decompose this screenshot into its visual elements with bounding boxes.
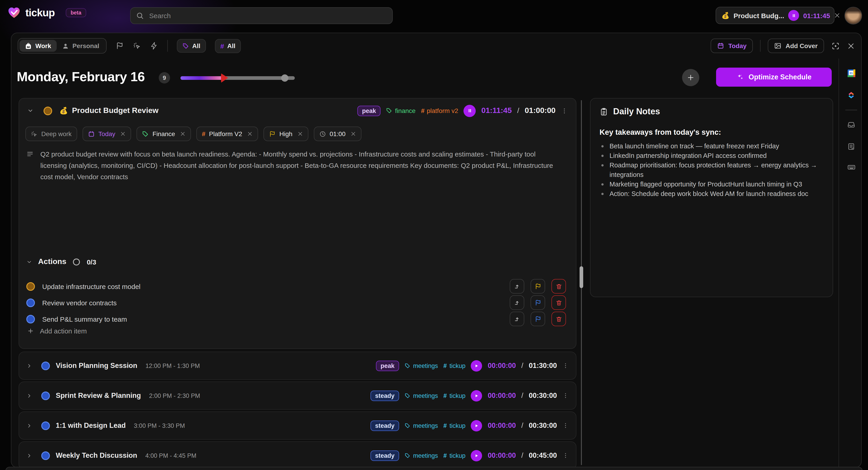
next-day-window-edge[interactable] xyxy=(5,467,863,470)
event-project[interactable]: # tickup xyxy=(443,362,466,369)
more-menu-icon[interactable] xyxy=(562,362,569,369)
more-menu-icon[interactable] xyxy=(561,107,568,114)
action-item[interactable]: Review vendor contracts xyxy=(26,295,569,310)
more-menu-icon[interactable] xyxy=(562,392,569,399)
flag-action-button[interactable] xyxy=(531,312,545,326)
event-project[interactable]: # tickup xyxy=(443,452,466,459)
promote-action-button[interactable] xyxy=(510,295,524,310)
add-task-button[interactable] xyxy=(682,69,699,86)
event-title[interactable]: Sprint Review & Planning xyxy=(56,391,141,400)
chip-duration[interactable]: 01:00 xyxy=(314,126,362,141)
play-button[interactable] xyxy=(471,420,482,431)
delete-action-button[interactable] xyxy=(552,279,566,294)
event-title[interactable]: 1:1 with Design Lead xyxy=(56,421,126,430)
task-description[interactable]: Q2 product budget review with focus on b… xyxy=(26,148,561,183)
project-filter-all[interactable]: # All xyxy=(215,39,241,53)
chip-high-priority[interactable]: High xyxy=(264,126,308,141)
remove-chip-icon[interactable] xyxy=(350,131,356,137)
event-project[interactable]: # tickup xyxy=(443,422,466,429)
search-bar[interactable] xyxy=(130,7,393,24)
promote-action-button[interactable] xyxy=(510,279,524,294)
status-dot[interactable] xyxy=(41,421,50,430)
pause-button[interactable] xyxy=(788,10,799,21)
status-dot[interactable] xyxy=(41,451,50,460)
event-title[interactable]: Weekly Tech Discussion xyxy=(56,451,137,460)
chip-finance[interactable]: Finance xyxy=(137,126,191,141)
chevron-right-icon[interactable] xyxy=(26,422,32,429)
pause-button[interactable] xyxy=(464,105,476,117)
close-window-icon[interactable] xyxy=(847,42,855,50)
promote-action-button[interactable] xyxy=(510,312,524,326)
event-tag[interactable]: meetings xyxy=(405,392,438,399)
chevron-down-icon[interactable] xyxy=(27,108,34,114)
event-tag[interactable]: meetings xyxy=(405,422,438,429)
status-dot[interactable] xyxy=(41,361,50,370)
search-input[interactable] xyxy=(148,11,387,20)
task-tag[interactable]: finance xyxy=(386,107,415,114)
google-calendar-icon[interactable]: 31 xyxy=(847,69,855,77)
delete-action-button[interactable] xyxy=(552,295,566,310)
tag-filter-all[interactable]: All xyxy=(177,39,206,53)
delete-action-button[interactable] xyxy=(552,312,566,326)
status-dot[interactable] xyxy=(41,391,50,400)
close-icon[interactable] xyxy=(834,12,841,19)
chevron-right-icon[interactable] xyxy=(26,393,32,399)
bolt-icon[interactable] xyxy=(150,42,158,50)
daily-notes-panel[interactable]: Daily Notes Key takeaways from today's s… xyxy=(590,98,833,297)
event-title[interactable]: Vision Planning Session xyxy=(56,361,137,370)
keyboard-icon[interactable] xyxy=(847,163,856,172)
action-status-dot[interactable] xyxy=(26,298,35,307)
notepad-icon[interactable] xyxy=(847,143,855,151)
action-item[interactable]: Update infrastructure cost model xyxy=(26,279,569,294)
slider-handle[interactable] xyxy=(281,75,288,82)
play-button[interactable] xyxy=(471,450,482,461)
app-logo[interactable]: tickup beta xyxy=(7,6,86,19)
more-menu-icon[interactable] xyxy=(562,422,569,429)
more-menu-icon[interactable] xyxy=(562,452,569,459)
remove-chip-icon[interactable] xyxy=(120,131,126,137)
chevron-down-icon[interactable] xyxy=(26,259,32,265)
remove-chip-icon[interactable] xyxy=(180,131,185,137)
active-timer-chip[interactable]: 💰 Product Budg... 01:11:45 xyxy=(716,7,834,24)
actions-header[interactable]: Actions 0/3 xyxy=(26,257,96,266)
action-status-dot[interactable] xyxy=(26,282,35,291)
remove-chip-icon[interactable] xyxy=(247,131,253,137)
chevron-right-icon[interactable] xyxy=(26,363,32,369)
event-tag[interactable]: meetings xyxy=(405,362,438,369)
focus-mode-icon[interactable] xyxy=(831,41,840,50)
task-title[interactable]: Product Budget Review xyxy=(72,106,158,115)
event-row[interactable]: 1:1 with Design Lead 3:00 PM - 3:30 PM s… xyxy=(19,411,577,440)
event-row[interactable]: Weekly Tech Discussion 4:00 PM - 4:45 PM… xyxy=(19,441,577,470)
task-project[interactable]: # platform v2 xyxy=(421,107,458,114)
chevron-right-icon[interactable] xyxy=(26,452,32,459)
add-action-item-button[interactable]: Add action item xyxy=(27,327,87,335)
tab-work[interactable]: Work xyxy=(20,40,57,52)
user-avatar[interactable] xyxy=(844,7,862,25)
action-status-dot[interactable] xyxy=(26,315,35,323)
chip-platform-v2[interactable]: # Platform V2 xyxy=(196,126,258,141)
status-dot[interactable] xyxy=(43,107,52,115)
click-filter-icon[interactable] xyxy=(133,42,141,50)
chip-today[interactable]: Today xyxy=(83,126,131,141)
tab-personal[interactable]: Personal xyxy=(57,40,105,52)
today-button[interactable]: Today xyxy=(711,38,753,53)
day-progress-slider[interactable] xyxy=(181,75,295,82)
play-button[interactable] xyxy=(471,390,482,401)
inbox-icon[interactable] xyxy=(847,121,855,129)
event-row[interactable]: Vision Planning Session 12:00 PM - 1:30 … xyxy=(19,352,577,380)
optimize-schedule-button[interactable]: Optimize Schedule xyxy=(716,67,832,87)
flag-action-button[interactable] xyxy=(531,279,545,294)
event-row[interactable]: Sprint Review & Planning 2:00 PM - 2:30 … xyxy=(19,382,577,410)
play-button[interactable] xyxy=(471,360,482,371)
flag-action-button[interactable] xyxy=(531,295,545,310)
clickup-icon[interactable] xyxy=(847,91,855,99)
flag-filter-icon[interactable] xyxy=(116,42,124,50)
chip-deep-work[interactable]: Deep work xyxy=(25,126,77,141)
scrollbar-thumb[interactable] xyxy=(580,266,583,288)
remove-chip-icon[interactable] xyxy=(298,131,303,137)
event-project[interactable]: # tickup xyxy=(443,392,466,399)
task-card-header[interactable]: 💰 Product Budget Review peak finance # xyxy=(19,103,576,118)
add-cover-button[interactable]: Add Cover xyxy=(768,38,824,53)
action-item[interactable]: Send P&L summary to team xyxy=(26,312,569,326)
event-tag[interactable]: meetings xyxy=(405,452,438,459)
